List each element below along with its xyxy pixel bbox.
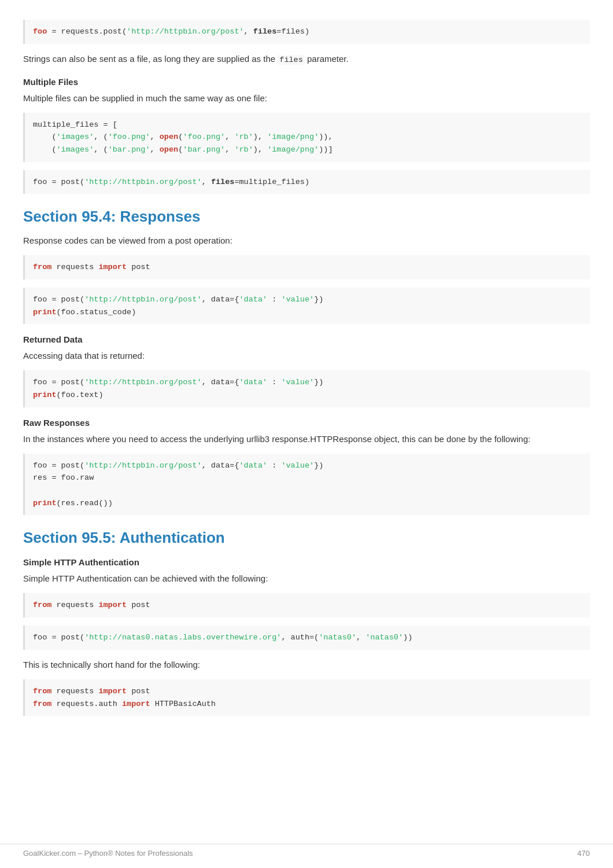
code-variable: foo — [33, 27, 47, 36]
code-block-1: foo = requests.post('http://httpbin.org/… — [23, 20, 590, 44]
strings-para: Strings can also be sent as a file, as l… — [23, 52, 590, 67]
multiple-files-heading: Multiple Files — [23, 77, 590, 87]
code-block-7: foo = post('http://httpbin.org/post', da… — [23, 454, 590, 515]
responses-para: Response codes can be viewed from a post… — [23, 234, 590, 247]
multiple-files-para: Multiple files can be supplied in much t… — [23, 91, 590, 105]
short-hand-para: This is technically short hand for the f… — [23, 658, 590, 671]
footer: GoalKicker.com – Python® Notes for Profe… — [0, 844, 613, 858]
raw-responses-heading: Raw Responses — [23, 418, 590, 428]
section-955-title: Section 95.5: Authentication — [23, 529, 590, 547]
section-954-title: Section 95.4: Responses — [23, 208, 590, 226]
code-block-5: foo = post('http://httpbin.org/post', da… — [23, 288, 590, 324]
code-block-10: from requests import post from requests.… — [23, 679, 590, 716]
code-block-9: foo = post('http://natas0.natas.labs.ove… — [23, 626, 590, 650]
simple-http-heading: Simple HTTP Authentication — [23, 557, 590, 567]
footer-right: 470 — [577, 849, 590, 858]
raw-responses-para: In the instances where you need to acces… — [23, 432, 590, 446]
footer-left: GoalKicker.com – Python® Notes for Profe… — [23, 849, 193, 858]
files-code: files — [278, 55, 305, 65]
simple-http-para: Simple HTTP Authentication can be achiev… — [23, 572, 590, 585]
code-block-4: from requests import post — [23, 255, 590, 279]
code-block-2: multiple_files = [ ('images', ('foo.png'… — [23, 113, 590, 162]
code-block-3: foo = post('http://httpbin.org/post', fi… — [23, 170, 590, 194]
returned-data-para: Accessing data that is returned: — [23, 349, 590, 362]
code-block-6: foo = post('http://httpbin.org/post', da… — [23, 370, 590, 407]
returned-data-heading: Returned Data — [23, 334, 590, 344]
code-block-8: from requests import post — [23, 593, 590, 617]
